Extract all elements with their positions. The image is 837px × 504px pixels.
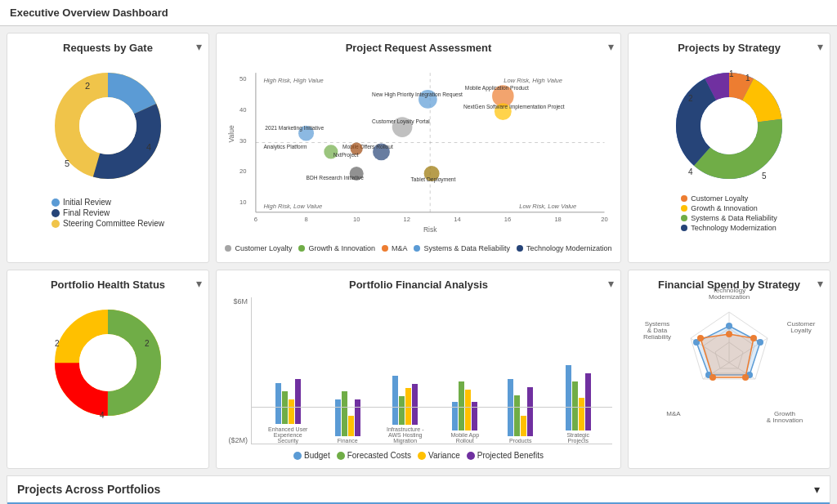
portfolio-financial-menu[interactable]: ▾ (608, 277, 614, 290)
bar-group-1: Enhanced User Experience Security (266, 314, 311, 444)
svg-text:1: 1 (745, 74, 750, 83)
bar-label-1: Enhanced User Experience Security (266, 426, 311, 444)
requests-by-gate-chart: 2 4 5 Initial Review Final Review Steeri… (16, 60, 200, 230)
bar-forecast-5 (514, 395, 520, 436)
dashboard-title: Executive Overview Dashboard (10, 7, 168, 19)
svg-text:Mobile Offers Rollout: Mobile Offers Rollout (342, 144, 393, 149)
svg-text:30: 30 (239, 137, 246, 145)
legend-forecasted: Forecasted Costs (337, 451, 411, 460)
bar-budget-3 (392, 376, 398, 425)
bar-group-3-bars (392, 314, 418, 425)
portfolio-health-menu[interactable]: ▾ (196, 277, 202, 290)
svg-text:1: 1 (729, 69, 734, 78)
svg-point-56 (700, 97, 758, 154)
bar-budget-2 (335, 399, 341, 436)
projects-across-portfolios-section: Projects Across Portfolios ▾ Portfolio ↓… (7, 475, 830, 504)
svg-point-3 (79, 97, 137, 154)
svg-text:2: 2 (85, 81, 90, 91)
bar-group-6-bars (566, 320, 591, 430)
project-request-assessment-card: Project Request Assessment ▾ Value 50 40… (216, 33, 621, 263)
requests-by-gate-menu[interactable]: ▾ (196, 40, 202, 53)
svg-text:Low Risk, High Value: Low Risk, High Value (504, 77, 562, 84)
svg-text:12: 12 (404, 216, 410, 223)
svg-point-65 (79, 334, 137, 391)
legend-label-steering: Steering Committee Review (63, 219, 164, 228)
legend-variance: Variance (418, 451, 460, 460)
bar-projected-5 (527, 387, 533, 436)
svg-text:BDH Research Initiative: BDH Research Initiative (307, 175, 365, 181)
svg-text:& Innovation: & Innovation (767, 417, 803, 424)
project-request-assessment-menu[interactable]: ▾ (608, 40, 614, 53)
svg-text:Tablet Deployment: Tablet Deployment (411, 176, 456, 183)
bar-forecast-4 (459, 381, 464, 430)
page-header: Executive Overview Dashboard (0, 0, 837, 26)
svg-text:16: 16 (504, 216, 511, 223)
svg-text:4: 4 (146, 142, 151, 152)
svg-text:14: 14 (454, 216, 460, 223)
bar-label-6: Strategic Projects (557, 432, 598, 444)
y-label-bottom: ($2M) (228, 436, 248, 444)
projects-by-strategy-title: Projects by Strategy (637, 42, 821, 54)
bar-budget-1 (275, 383, 281, 424)
projects-by-strategy-menu[interactable]: ▾ (817, 40, 823, 53)
portfolio-health-card: Portfolio Health Status ▾ 2 2 4 (7, 270, 209, 469)
svg-text:2: 2 (688, 94, 693, 103)
financial-legend: Budget Forecasted Costs Variance Project… (225, 451, 612, 460)
bar-variance-6 (579, 398, 584, 430)
svg-text:40: 40 (239, 106, 246, 114)
bottom-menu[interactable]: ▾ (814, 483, 820, 496)
svg-text:High Risk, High Value: High Risk, High Value (263, 77, 323, 84)
requests-donut-svg: 2 4 5 (43, 60, 173, 191)
svg-text:Low Risk, Low Value: Low Risk, Low Value (519, 203, 576, 210)
svg-text:10: 10 (353, 216, 360, 223)
bar-projected-6 (585, 373, 591, 430)
bar-variance-4 (465, 390, 471, 430)
legend-strat-growth: Growth & Innovation (681, 204, 777, 212)
svg-text:New High Priority Integration : New High Priority Integration Request (372, 91, 463, 98)
requests-by-gate-title: Requests by Gate (16, 42, 200, 54)
strategy-legend: Customer Loyalty Growth & Innovation Sys… (681, 194, 777, 234)
bar-budget-4 (452, 402, 458, 430)
legend-label-final: Final Review (63, 208, 110, 217)
bar-groups-container: Enhanced User Experience Security Financ… (252, 297, 612, 444)
svg-text:Loyalty: Loyalty (790, 327, 811, 334)
legend-initial-review: Initial Review (51, 198, 164, 207)
scatter-legend: Customer Loyalty Growth & Innovation M&A… (225, 244, 612, 254)
legend-ma: M&A (382, 244, 408, 252)
svg-text:Customer Loyalty Portal: Customer Loyalty Portal (372, 118, 430, 125)
svg-text:4: 4 (100, 411, 105, 420)
svg-text:5: 5 (65, 158, 69, 168)
bar-label-5: Products (504, 438, 537, 444)
financial-chart-area: $6M ($2M) (225, 297, 612, 444)
svg-text:10: 10 (239, 198, 246, 206)
svg-text:6: 6 (254, 216, 257, 223)
health-donut-svg: 2 2 4 (43, 297, 173, 428)
svg-text:8: 8 (304, 216, 307, 223)
bar-budget-6 (566, 365, 571, 430)
legend-final-review: Final Review (51, 208, 164, 217)
bottom-header: Projects Across Portfolios ▾ (7, 476, 830, 504)
svg-text:Risk: Risk (423, 225, 437, 234)
bar-label-2: Finance (331, 438, 364, 444)
bar-variance-2 (348, 416, 354, 436)
svg-text:2021 Marketing Initiative: 2021 Marketing Initiative (265, 125, 324, 132)
health-chart: 2 2 4 (16, 297, 200, 428)
bar-projected-3 (412, 384, 418, 425)
svg-text:Analytics Platform: Analytics Platform (263, 144, 307, 150)
projects-by-strategy-card: Projects by Strategy ▾ (628, 33, 830, 263)
svg-text:NxtProject: NxtProject (333, 152, 359, 158)
bar-label-3: Infrastructure - AWS Hosting Migration (385, 426, 426, 444)
svg-text:4: 4 (688, 167, 693, 176)
svg-text:Value: Value (227, 125, 235, 142)
bar-variance-5 (521, 416, 526, 436)
legend-tech-mod: Technology Modernization (517, 244, 612, 252)
bar-group-3: Infrastructure - AWS Hosting Migration (385, 314, 426, 444)
project-request-assessment-title: Project Request Assessment (225, 42, 612, 54)
bar-forecast-6 (572, 381, 578, 430)
legend-strat-systems: Systems & Data Reliability (681, 214, 777, 222)
bar-variance-1 (289, 399, 294, 424)
svg-text:Mobile Application Product: Mobile Application Product (465, 85, 529, 91)
strategy-donut-svg: 1 2 5 4 1 (664, 60, 794, 191)
financial-spend-menu[interactable]: ▾ (817, 277, 823, 290)
bar-projected-1 (295, 379, 301, 424)
